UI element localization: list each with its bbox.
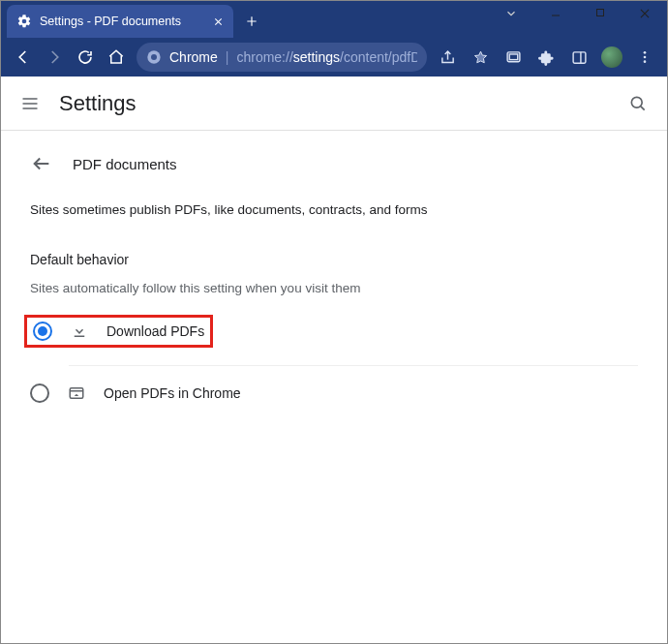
back-arrow-icon[interactable]: [30, 152, 53, 175]
page-title: PDF documents: [73, 156, 177, 172]
maximize-button[interactable]: [578, 1, 622, 32]
window-controls: [489, 1, 667, 32]
profile-avatar[interactable]: [597, 43, 626, 72]
browser-toolbar: Chrome | chrome://settings/content/pdfDo…: [1, 38, 667, 77]
divider: [69, 365, 638, 366]
extensions-icon[interactable]: [531, 43, 561, 72]
gear-icon: [16, 14, 32, 29]
nav-back-button[interactable]: [9, 42, 38, 73]
url-text: chrome://settings/content/pdfDo…: [236, 49, 417, 65]
home-button[interactable]: [102, 42, 131, 73]
bookmark-star-icon[interactable]: [466, 43, 495, 72]
section-description: Sites automatically follow this setting …: [30, 281, 638, 295]
settings-content: PDF documents Sites sometimes publish PD…: [1, 131, 667, 436]
svg-rect-4: [509, 53, 518, 59]
open-in-browser-icon: [67, 383, 86, 403]
share-icon[interactable]: [433, 43, 462, 72]
minimize-button[interactable]: [533, 1, 578, 32]
nav-forward-button[interactable]: [40, 42, 69, 73]
address-bar[interactable]: Chrome | chrome://settings/content/pdfDo…: [137, 43, 427, 72]
search-icon[interactable]: [626, 92, 650, 115]
option-open-in-chrome[interactable]: Open PDFs in Chrome: [30, 372, 638, 414]
page-description: Sites sometimes publish PDFs, like docum…: [30, 202, 638, 217]
menu-icon[interactable]: [18, 92, 42, 115]
svg-point-10: [631, 97, 642, 107]
chrome-logo-icon: [146, 49, 162, 65]
window-close-button[interactable]: [622, 1, 667, 32]
svg-rect-11: [75, 336, 85, 338]
chevron-down-icon[interactable]: [489, 1, 533, 32]
browser-menu-icon[interactable]: [630, 43, 659, 72]
svg-rect-5: [573, 51, 586, 62]
tab-title: Settings - PDF documents: [40, 15, 204, 28]
browser-tab[interactable]: Settings - PDF documents: [7, 5, 233, 38]
sidepanel-icon[interactable]: [564, 43, 593, 72]
svg-rect-12: [70, 388, 83, 399]
svg-point-7: [644, 51, 647, 54]
site-identity: Chrome: [169, 49, 218, 65]
svg-point-2: [151, 54, 157, 60]
settings-header: Settings: [1, 77, 667, 131]
download-icon: [70, 322, 89, 341]
new-tab-button[interactable]: [237, 7, 266, 36]
radio-selected-icon[interactable]: [33, 322, 52, 341]
cast-icon[interactable]: [499, 43, 528, 72]
settings-title: Settings: [59, 91, 609, 116]
window-titlebar: Settings - PDF documents: [1, 1, 667, 38]
reload-button[interactable]: [71, 42, 100, 73]
highlight-box: Download PDFs: [24, 315, 213, 348]
section-title: Default behavior: [30, 252, 638, 267]
svg-rect-0: [597, 10, 604, 16]
radio-unselected-icon[interactable]: [30, 383, 49, 403]
close-tab-icon[interactable]: [212, 15, 224, 27]
option-download-pdfs[interactable]: Download PDFs: [30, 307, 638, 359]
option-label: Download PDFs: [106, 323, 204, 339]
svg-point-8: [644, 56, 647, 59]
svg-point-9: [644, 60, 647, 63]
option-label: Open PDFs in Chrome: [104, 385, 241, 401]
